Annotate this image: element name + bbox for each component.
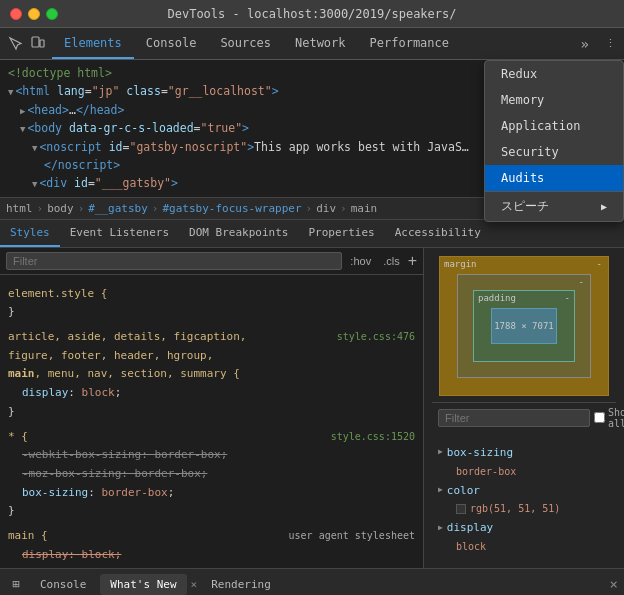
breadcrumb-div[interactable]: div <box>316 202 336 215</box>
maximize-traffic-light[interactable] <box>46 8 58 20</box>
panel-tabs: Styles Event Listeners DOM Breakpoints P… <box>0 220 624 248</box>
styles-filter-bar: :hov .cls + <box>0 248 423 275</box>
css-selector: article, aside, details, figcaption,figu… <box>8 328 246 384</box>
css-selector: main { <box>8 527 48 546</box>
prop-arrow: ▶ <box>438 483 443 497</box>
breadcrumb-body[interactable]: body <box>47 202 74 215</box>
breadcrumb-focus-wrapper[interactable]: #gatsby-focus-wrapper <box>162 202 301 215</box>
computed-prop-color: ▶ color <box>438 481 610 501</box>
css-source[interactable]: style.css:476 <box>337 328 415 345</box>
styles-filter-input[interactable] <box>6 252 342 270</box>
breadcrumb-gatsby[interactable]: #__gatsby <box>88 202 148 215</box>
css-rule-main-ua: main { user agent stylesheet display: bl… <box>8 527 415 565</box>
hov-button[interactable]: :hov <box>346 254 375 268</box>
add-style-button[interactable]: + <box>408 253 417 269</box>
close-drawer-button[interactable]: × <box>610 576 618 592</box>
svg-rect-0 <box>32 37 39 47</box>
main-content: :hov .cls + element.style { } article, a… <box>0 248 624 568</box>
tab-network[interactable]: Network <box>283 28 358 59</box>
tab-elements[interactable]: Elements <box>52 28 134 59</box>
menu-item-application[interactable]: Application <box>485 113 623 139</box>
bottom-bar: ⊞ Console What's New × Rendering × <box>0 568 624 595</box>
show-all-checkbox[interactable] <box>594 412 605 423</box>
css-selector: element.style { <box>8 285 107 304</box>
menu-item-audits[interactable]: Audits <box>485 165 623 191</box>
css-source[interactable]: style.css:1520 <box>331 428 415 445</box>
breadcrumb-html[interactable]: html <box>6 202 33 215</box>
bottom-tab-console[interactable]: Console <box>30 574 96 595</box>
box-model-panel: margin - border - padding - 1788 × 7071 <box>424 248 624 568</box>
settings-button[interactable]: ⋮ <box>597 37 624 50</box>
box-dimensions: 1788 × 7071 <box>494 321 554 331</box>
tab-event-listeners[interactable]: Event Listeners <box>60 220 179 247</box>
tab-accessibility[interactable]: Accessibility <box>385 220 491 247</box>
margin-label: margin <box>444 259 477 269</box>
computed-filter-input[interactable] <box>438 409 590 427</box>
inspect-icon[interactable] <box>6 35 24 53</box>
tab-styles[interactable]: Styles <box>0 220 60 247</box>
cls-button[interactable]: .cls <box>379 254 404 268</box>
whats-new-close-button[interactable]: × <box>191 578 198 591</box>
css-rules: element.style { } article, aside, detail… <box>0 275 423 565</box>
prop-arrow: ▶ <box>438 521 443 535</box>
computed-prop-box-sizing-value: border-box <box>438 463 610 481</box>
border-top-value: - <box>579 277 584 287</box>
color-swatch[interactable] <box>456 504 466 514</box>
close-traffic-light[interactable] <box>10 8 22 20</box>
tab-properties[interactable]: Properties <box>298 220 384 247</box>
computed-filter: Show all <box>432 402 616 433</box>
tab-sources[interactable]: Sources <box>208 28 283 59</box>
speech-submenu-arrow: ▶ <box>601 201 607 212</box>
tab-performance[interactable]: Performance <box>358 28 461 59</box>
traffic-lights <box>10 8 58 20</box>
tab-dom-breakpoints[interactable]: DOM Breakpoints <box>179 220 298 247</box>
margin-top-value: - <box>597 259 602 269</box>
box-model-container: margin - border - padding - 1788 × 7071 <box>432 256 616 396</box>
padding-top-value: - <box>565 293 570 303</box>
box-content: 1788 × 7071 <box>491 308 557 344</box>
menu-item-security[interactable]: Security <box>485 139 623 165</box>
styles-panel: :hov .cls + element.style { } article, a… <box>0 248 424 568</box>
css-rule-element-style: element.style { } <box>8 285 415 322</box>
breadcrumb-main[interactable]: main <box>351 202 378 215</box>
show-all-label: Show all <box>594 407 624 429</box>
computed-prop-display-value: block <box>438 538 610 556</box>
box-model: margin - border - padding - 1788 × 7071 <box>439 256 609 396</box>
console-icon[interactable]: ⊞ <box>6 574 26 594</box>
css-rule-star: * { style.css:1520 -webkit-box-sizing: b… <box>8 428 415 521</box>
computed-prop-box-sizing: ▶ box-sizing <box>438 443 610 463</box>
menu-item-memory[interactable]: Memory <box>485 87 623 113</box>
computed-prop-color-value: rgb(51, 51, 51) <box>438 500 610 518</box>
svg-rect-1 <box>40 40 44 47</box>
minimize-traffic-light[interactable] <box>28 8 40 20</box>
more-tools-dropdown: Redux Memory Application Security Audits… <box>484 60 624 222</box>
css-source-ua: user agent stylesheet <box>289 527 415 544</box>
titlebar: DevTools - localhost:3000/2019/speakers/ <box>0 0 624 28</box>
computed-props: ▶ box-sizing border-box ▶ color rgb(51, … <box>432 439 616 560</box>
menu-item-redux[interactable]: Redux <box>485 61 623 87</box>
toolbar-tabs: Elements Console Sources Network Perform… <box>52 28 573 59</box>
bottom-tab-rendering[interactable]: Rendering <box>201 574 281 595</box>
computed-prop-display: ▶ display <box>438 518 610 538</box>
tab-console[interactable]: Console <box>134 28 209 59</box>
bottom-tab-whats-new-wrapper: What's New × <box>100 574 197 595</box>
main-toolbar: Elements Console Sources Network Perform… <box>0 28 624 60</box>
device-icon[interactable] <box>28 35 46 53</box>
prop-arrow: ▶ <box>438 445 443 459</box>
padding-label: padding <box>478 293 516 303</box>
toolbar-icons <box>0 35 52 53</box>
more-tabs-button[interactable]: » <box>573 36 597 52</box>
menu-item-speech[interactable]: スピーチ ▶ <box>485 191 623 221</box>
window-title: DevTools - localhost:3000/2019/speakers/ <box>8 7 616 21</box>
css-rule-article: article, aside, details, figcaption,figu… <box>8 328 415 421</box>
bottom-tab-whats-new[interactable]: What's New <box>100 574 186 595</box>
css-selector: * { <box>8 428 28 447</box>
